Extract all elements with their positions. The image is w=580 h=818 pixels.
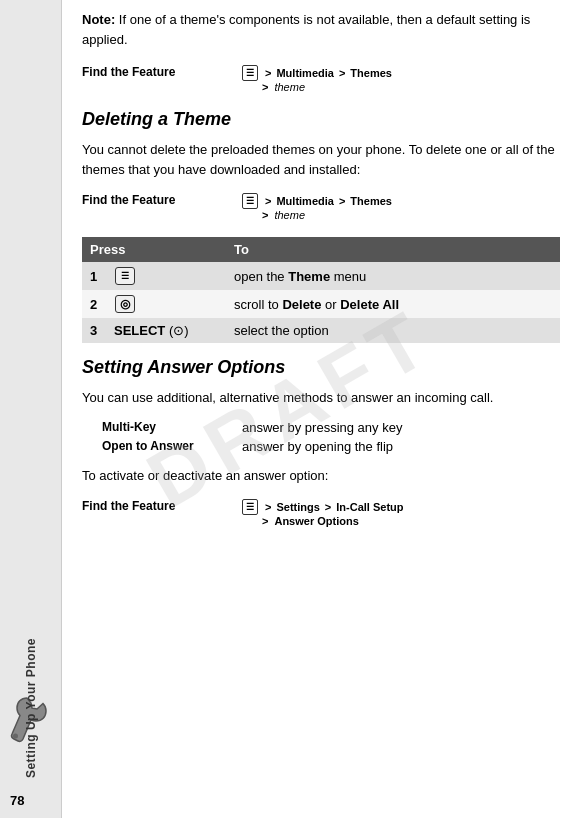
find-feature-2: Find the Feature ☰ > Multimedia > Themes… xyxy=(82,191,560,223)
path-sep-2a: > xyxy=(265,195,271,207)
find-feature-3-label: Find the Feature xyxy=(82,499,242,513)
table-row: 2 ◎ scroll to Delete or Delete All xyxy=(82,290,560,318)
path-sep-1a: > xyxy=(265,67,271,79)
press-to-table: Press To 1 ☰ open the Theme menu 2 xyxy=(82,237,560,343)
deleting-theme-heading: Deleting a Theme xyxy=(82,109,560,130)
svg-point-0 xyxy=(13,734,18,739)
path-sep-3b: > xyxy=(325,501,331,513)
table-row-3-press: SELECT (⊙) xyxy=(106,318,226,343)
path-sep-3c: > xyxy=(262,515,268,527)
table-row-1-press: ☰ xyxy=(106,262,226,290)
path-theme-1: theme xyxy=(274,81,305,93)
table-row-1-key-icon: ☰ xyxy=(115,267,135,285)
multi-key-label: Multi-Key xyxy=(102,420,232,435)
find-feature-1-line2: > theme xyxy=(260,81,392,93)
table-row-3-action: select the option xyxy=(226,318,560,343)
activate-text: To activate or deactivate an answer opti… xyxy=(82,466,560,486)
path-themes-2: Themes xyxy=(350,195,392,207)
find-feature-3-line2: > Answer Options xyxy=(260,515,404,527)
find-feature-1-path: ☰ > Multimedia > Themes > theme xyxy=(242,65,392,93)
multi-key-desc: answer by pressing any key xyxy=(242,420,560,435)
open-to-answer-label: Open to Answer xyxy=(102,439,232,454)
find-feature-1: Find the Feature ☰ > Multimedia > Themes… xyxy=(82,63,560,95)
path-settings-3: Settings xyxy=(276,501,319,513)
path-theme-2: theme xyxy=(274,209,305,221)
table-row-2-num: 2 xyxy=(82,290,106,318)
path-multimedia-1: Multimedia xyxy=(276,67,333,79)
main-content: Note: If one of a theme's components is … xyxy=(62,0,580,818)
sidebar-label: Setting Up Your Phone xyxy=(24,638,38,778)
note-text: If one of a theme's components is not av… xyxy=(82,12,530,47)
note-prefix: Note: xyxy=(82,12,115,27)
find-feature-1-icon: ☰ xyxy=(242,65,258,81)
sidebar: Setting Up Your Phone xyxy=(0,0,62,818)
table-row-2-action: scroll to Delete or Delete All xyxy=(226,290,560,318)
path-sep-1b: > xyxy=(339,67,345,79)
find-feature-2-icon: ☰ xyxy=(242,193,258,209)
table-col-press-header: Press xyxy=(82,237,226,262)
table-row-1-num: 1 xyxy=(82,262,106,290)
table-header-row: Press To xyxy=(82,237,560,262)
table-row: 1 ☰ open the Theme menu xyxy=(82,262,560,290)
path-sep-2b: > xyxy=(339,195,345,207)
note-paragraph: Note: If one of a theme's components is … xyxy=(82,10,560,49)
table-row-2-key-icon: ◎ xyxy=(115,295,135,313)
table-row-3-num: 3 xyxy=(82,318,106,343)
find-feature-3: Find the Feature ☰ > Settings > In-Call … xyxy=(82,497,560,529)
find-feature-2-line2: > theme xyxy=(260,209,392,221)
answer-options-heading: Setting Answer Options xyxy=(82,357,560,378)
path-sep-1c: > xyxy=(262,81,268,93)
path-incallsetup-3: In-Call Setup xyxy=(336,501,403,513)
find-feature-2-path: ☰ > Multimedia > Themes > theme xyxy=(242,193,392,221)
deleting-body: You cannot delete the preloaded themes o… xyxy=(82,140,560,179)
options-grid: Multi-Key answer by pressing any key Ope… xyxy=(82,420,560,454)
table-col-to-header: To xyxy=(226,237,560,262)
path-answeroptions-3: Answer Options xyxy=(274,515,358,527)
table-row-1-theme-bold: Theme xyxy=(288,269,330,284)
table-row-2-deleteall-bold: Delete All xyxy=(340,297,399,312)
find-feature-3-icon: ☰ xyxy=(242,499,258,515)
find-feature-1-label: Find the Feature xyxy=(82,65,242,79)
path-sep-3a: > xyxy=(265,501,271,513)
find-feature-2-label: Find the Feature xyxy=(82,193,242,207)
open-to-answer-desc: answer by opening the flip xyxy=(242,439,560,454)
table-row-3-select-paren: (⊙) xyxy=(169,323,189,338)
table-row-2-press: ◎ xyxy=(106,290,226,318)
path-multimedia-2: Multimedia xyxy=(276,195,333,207)
answer-options-body: You can use additional, alternative meth… xyxy=(82,388,560,408)
page-number: 78 xyxy=(10,793,24,808)
path-sep-2c: > xyxy=(262,209,268,221)
table-row-3-select-bold: SELECT xyxy=(114,323,165,338)
find-feature-3-path: ☰ > Settings > In-Call Setup > Answer Op… xyxy=(242,499,404,527)
table-row-2-delete-bold: Delete xyxy=(282,297,321,312)
path-themes-1: Themes xyxy=(350,67,392,79)
table-row: 3 SELECT (⊙) select the option xyxy=(82,318,560,343)
table-row-1-action: open the Theme menu xyxy=(226,262,560,290)
